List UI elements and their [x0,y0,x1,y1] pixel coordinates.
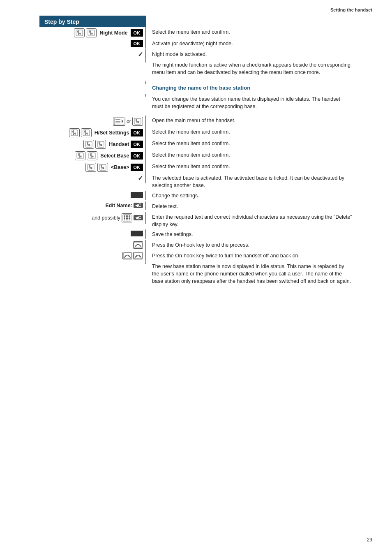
delete-button-icon: ◀C [134,215,143,220]
table-row: Edit Name:◀CDelete text. [39,201,353,212]
ok-button: OK [131,129,143,136]
svg-line-49 [139,257,141,257]
row-left: OK [39,39,146,49]
table-row: The night mode function is active when a… [39,60,353,77]
phone-handset-icon: ▲▼ [86,28,97,37]
row-left: ▲▼ ▲▼ Night ModeOK [39,27,146,39]
svg-rect-29 [126,215,128,217]
table-row: or ▲▼ Open the main menu of the handset. [39,116,353,127]
table-row: Save the settings. [39,229,353,240]
svg-rect-34 [124,220,125,220]
page-header: Setting the handset [0,0,392,16]
table-row: Press the On-hook key twice to turn the … [39,251,353,261]
step-box-title: Step by Step [39,16,146,27]
phone-handset-icon: ▲▼ [85,163,96,172]
row-right: Changing the name of the base station [146,81,353,94]
ok-button: OK [131,40,143,47]
row-description: Activate (or deactivate) night mode. [152,41,233,46]
row-right: The selected base is activated. The acti… [146,173,353,190]
row-left [39,191,146,200]
svg-rect-36 [129,220,130,220]
svg-rect-32 [126,217,128,219]
black-bar-icon [131,192,143,198]
row-right: Enter the required text and correct indi… [146,212,353,229]
row-description: Save the settings. [152,231,193,237]
row-left: ✓ [39,173,146,183]
on-hook-icon [133,241,143,249]
table-row: ✓The selected base is activated. The act… [39,173,353,190]
row-left [39,240,146,251]
row-left: ▲▼ ▲▼ Select BaseOK [39,150,146,162]
row-right: You can change the base station name tha… [146,94,353,114]
table-row: Changing the name of the base station [39,81,353,94]
row-right: Select the menu item and confirm. [146,139,353,148]
menu-nav-icon [113,117,125,126]
row-left: ▲▼ ▲▼ HandsetOK [39,139,146,150]
on-hook-icon [133,252,143,259]
row-left: ▲▼ ▲▼ <Base>OK [39,162,146,173]
table-row: ▲▼ ▲▼ Select BaseOKSelect the menu item … [39,150,353,162]
on-hook-icon [122,252,132,259]
row-left [39,60,146,62]
row-right: Select the menu item and confirm. [146,27,353,37]
phone-handset-icon: ▲▼ [75,151,85,160]
svg-line-44 [129,257,130,257]
phone-handset-icon: ▲▼ [83,140,94,149]
row-label: and possibly [92,215,120,221]
table-row: and possibly ◀CEnter the required text a… [39,212,353,229]
row-right: Open the main menu of the handset. [146,116,353,125]
row-left [39,81,146,84]
row-left: or ▲▼ [39,116,146,127]
svg-text:▲▼: ▲▼ [90,33,93,35]
row-left: ✓ [39,49,146,60]
row-description: The night mode function is active when a… [152,62,350,75]
row-right: Select the menu item and confirm. [146,127,353,137]
svg-line-48 [135,257,137,257]
row-description: Open the main menu of the handset. [152,118,235,123]
phone-handset-icon: ▲▼ [81,128,92,137]
row-left: and possibly ◀C [39,212,146,224]
svg-line-38 [135,246,137,246]
svg-rect-33 [129,217,130,219]
header-title: Setting the handset [330,7,372,12]
row-label: Edit Name: [105,203,132,208]
row-right: Select the menu item and confirm. [146,150,353,160]
row-description: You can change the base station name tha… [152,95,353,110]
phone-handset-icon: ▲▼ [95,140,106,149]
svg-text:▲▼: ▲▼ [89,168,93,170]
phone-handset-icon: ▲▼ [132,117,143,126]
row-description: Select the menu item and confirm. [152,141,230,146]
row-left: ▲▼ ▲▼ H/Set SettingsOK [39,127,146,139]
row-right: Night mode is activated. [146,49,353,59]
svg-text:▲▼: ▲▼ [87,145,91,147]
page-number: 29 [367,537,372,543]
svg-text:▲▼: ▲▼ [78,157,82,159]
row-label: or [127,118,131,124]
ok-button: OK [131,29,143,37]
svg-text:▲▼: ▲▼ [72,134,76,136]
table-row: ▲▼ ▲▼ H/Set SettingsOKSelect the menu it… [39,127,353,139]
table-row: ▲▼ ▲▼ <Base>OKSelect the menu item and c… [39,162,353,173]
step-box-right-header [146,16,353,27]
row-right: Change the settings. [146,191,353,201]
table-row: OKActivate (or deactivate) night mode. [39,39,353,49]
row-description: Select the menu item and confirm. [152,129,230,135]
table-row: ✓Night mode is activated. [39,49,353,60]
row-description: The new base station name is now display… [152,264,351,284]
main-layout: Step by Step ▲▼ ▲▼ Night ModeOKSelect th… [20,16,372,290]
checkmark-icon: ✓ [138,175,143,182]
row-left [39,261,146,264]
row-description: Night mode is activated. [152,51,207,57]
row-description: Select the menu item and confirm. [152,29,230,35]
row-label: <Base> [111,164,129,170]
table-row: Press the On-hook key to end the process… [39,240,353,251]
numpad-icon [122,213,132,222]
row-description: Select the menu item and confirm. [152,164,230,169]
row-left [39,229,146,239]
svg-text:▲▼: ▲▼ [78,33,81,35]
svg-rect-31 [124,217,125,219]
row-description: The selected base is activated. The acti… [152,175,344,188]
svg-rect-30 [129,215,130,217]
step-by-step-header: Step by Step [39,16,353,27]
row-description: Select the menu item and confirm. [152,152,230,158]
